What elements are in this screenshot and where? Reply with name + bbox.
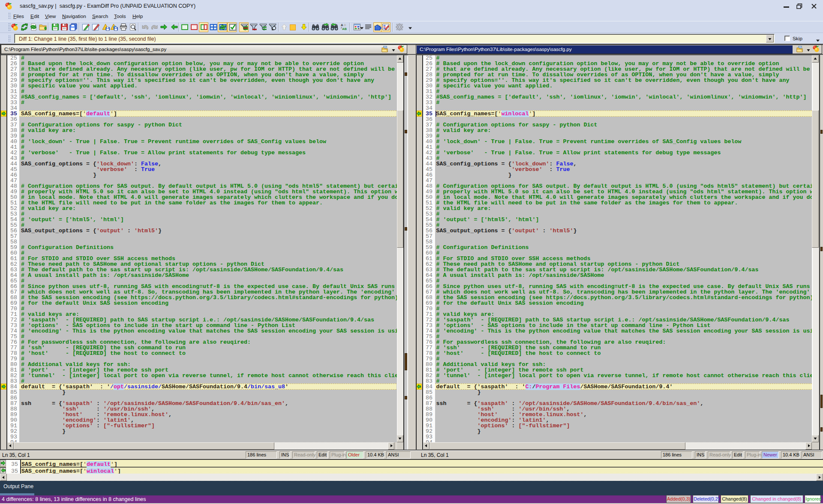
svg-text:A: A	[341, 23, 343, 27]
svg-text:AB: AB	[342, 27, 347, 31]
svg-text:B: B	[344, 23, 346, 27]
